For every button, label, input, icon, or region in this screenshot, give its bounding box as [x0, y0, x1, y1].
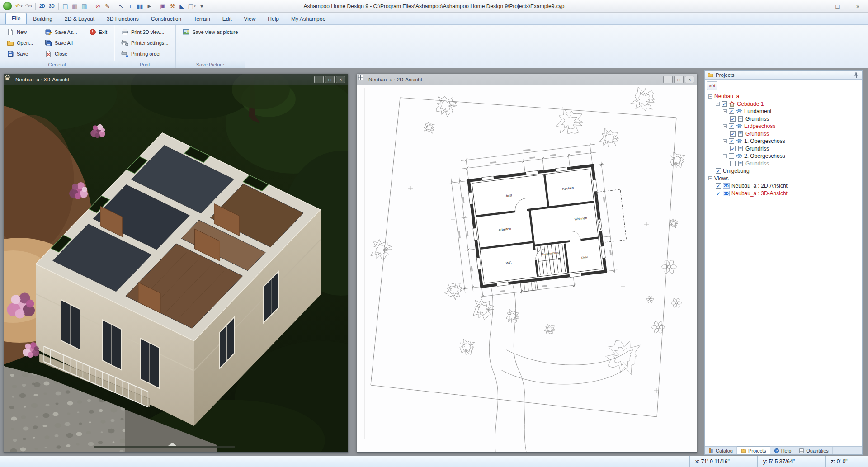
tree-checkbox[interactable]: ✓	[722, 101, 727, 107]
menu-tab-help[interactable]: Help	[262, 14, 285, 24]
ribbon-tab-bar: FileBuilding2D & Layout3D FunctionsConst…	[0, 13, 868, 25]
save-view-as-picture-button[interactable]: Save view as picture	[180, 27, 241, 37]
component-button[interactable]: ▣	[158, 1, 168, 11]
expander-icon[interactable]: −	[716, 102, 720, 106]
save-button[interactable]: Save	[5, 49, 35, 59]
expander-icon[interactable]: −	[723, 154, 727, 158]
tree-item-neubau-a-2d-ansicht[interactable]: ✓2DNeubau_a : 2D-Ansicht	[706, 182, 861, 190]
minimize-button[interactable]: –	[807, 0, 827, 13]
tree-item-grundriss[interactable]: Grundriss	[706, 160, 861, 168]
2d-minimize-button[interactable]: –	[663, 76, 673, 83]
save-as-button[interactable]: Save As...	[42, 27, 80, 37]
printer-settings-button[interactable]: Printer settings...	[119, 38, 171, 48]
expander-icon[interactable]: −	[723, 124, 727, 128]
construct-button[interactable]: ⚒	[168, 1, 177, 11]
save-all-button[interactable]: Save All	[42, 38, 80, 48]
tree-item-grundriss[interactable]: ✓Grundriss	[706, 145, 861, 153]
tree-item-erdgeschoss[interactable]: −✓Erdgeschoss	[706, 123, 861, 130]
exit-button[interactable]: Exit	[87, 27, 109, 37]
menu-tab-edit[interactable]: Edit	[217, 14, 238, 24]
panel-tab-catalog[interactable]: Catalog	[705, 447, 737, 454]
menu-tab-view[interactable]: View	[238, 14, 262, 24]
pin-icon[interactable]	[853, 72, 859, 78]
tree-checkbox[interactable]: ✓	[729, 108, 734, 114]
3d-maximize-button[interactable]: □	[325, 76, 335, 83]
expander-icon[interactable]: −	[708, 94, 712, 99]
tree-item-umgebung[interactable]: ✓Umgebung	[706, 167, 861, 175]
menu-tab-2d-layout[interactable]: 2D & Layout	[59, 14, 100, 24]
tree-item-geb-ude-1[interactable]: −✓Gebäude 1	[706, 100, 861, 108]
view-2d-button[interactable]: 2D	[38, 1, 47, 11]
copy-button[interactable]: ▤▾	[187, 1, 197, 11]
close-button[interactable]: Close	[42, 49, 80, 59]
tree-item-grundriss[interactable]: ✓Grundriss	[706, 115, 861, 123]
3d-view-titlebar[interactable]: Neubau_a : 3D-Ansicht – □ ×	[4, 74, 348, 85]
menu-tab-file[interactable]: File	[5, 13, 27, 24]
2d-viewport[interactable]: Herd Kochen Arbeiten Wohnen WC Treppenha…	[357, 74, 697, 452]
abl-tool-button[interactable]: abl	[707, 81, 717, 90]
tree-item-1-obergeschoss[interactable]: −✓1. Obergeschoss	[706, 137, 861, 145]
print-2d-view-button[interactable]: Print 2D view...	[119, 27, 171, 37]
window-tile-vertical-button[interactable]: ▥	[70, 1, 80, 11]
3d-close-button[interactable]: ×	[336, 76, 345, 83]
tree-item-neubau-a-3d-ansicht[interactable]: ✓3DNeubau_a : 3D-Ansicht	[706, 190, 861, 198]
toolbar-options-button[interactable]: ▾	[197, 1, 207, 11]
menu-tab-building[interactable]: Building	[27, 14, 58, 24]
plan-icon	[737, 160, 744, 167]
panel-tab-quantities[interactable]: Quantities	[795, 447, 833, 454]
menu-tab-terrain[interactable]: Terrain	[188, 14, 216, 24]
panel-tab-projects[interactable]: Projects	[737, 446, 770, 454]
tree-checkbox[interactable]: ✓	[730, 146, 736, 151]
tree-item-grundriss[interactable]: ✓Grundriss	[706, 130, 861, 138]
delete-button[interactable]: ⊘	[93, 1, 103, 11]
tree-checkbox[interactable]: ✓	[716, 168, 721, 174]
new-button[interactable]: New	[5, 27, 35, 37]
undo-button[interactable]: ↶▾	[14, 1, 24, 11]
expander-icon[interactable]: −	[723, 109, 727, 113]
tree-item-neubau-a[interactable]: −Neubau_a	[706, 93, 861, 100]
svg-text:?: ?	[776, 449, 778, 452]
projects-panel-header[interactable]: Projects	[705, 71, 862, 80]
menu-tab-construction[interactable]: Construction	[145, 14, 187, 24]
open-button[interactable]: Open...	[5, 38, 35, 48]
paint-button[interactable]: ◣	[177, 1, 187, 11]
3d-minimize-button[interactable]: –	[314, 76, 324, 83]
view-2d-icon: 2D	[723, 183, 730, 189]
maximize-button[interactable]: □	[827, 0, 848, 13]
tree-checkbox[interactable]	[729, 153, 734, 159]
2d-close-button[interactable]: ×	[685, 76, 694, 83]
projects-folder-icon	[708, 72, 713, 78]
tree-item-fundament[interactable]: −✓Fundament	[706, 108, 861, 115]
printing-order-button[interactable]: Printing order	[119, 49, 171, 59]
view-3d-button[interactable]: 3D	[47, 1, 57, 11]
pen-button[interactable]: ✎	[103, 1, 112, 11]
tree-checkbox[interactable]: ✓	[729, 138, 734, 144]
measure-button[interactable]: +	[126, 1, 135, 11]
3d-viewport[interactable]	[4, 74, 348, 452]
project-tree: −Neubau_a−✓Gebäude 1−✓Fundament✓Grundris…	[705, 91, 862, 198]
redo-button[interactable]: ↷▾	[24, 1, 33, 11]
tree-checkbox[interactable]: ✓	[730, 131, 736, 137]
menu-tab-my-ashampoo[interactable]: My Ashampoo	[285, 14, 331, 24]
tree-checkbox[interactable]: ✓	[716, 191, 721, 196]
app-logo-icon[interactable]	[3, 2, 12, 10]
2d-view-titlebar[interactable]: Neubau_a : 2D-Ansicht – □ ×	[357, 74, 697, 85]
window-grid-button[interactable]: ▦	[80, 1, 89, 11]
statistics-button[interactable]: ▮▮	[135, 1, 145, 11]
tree-checkbox[interactable]: ✓	[716, 183, 721, 189]
tree-checkbox[interactable]: ✓	[730, 116, 736, 122]
tree-checkbox[interactable]: ✓	[729, 123, 734, 129]
window-tile-horizontal-button[interactable]: ▤	[61, 1, 70, 11]
expander-icon[interactable]: −	[723, 139, 727, 143]
tab-projects-icon	[741, 448, 746, 453]
select-cursor-button[interactable]: ↖	[116, 1, 126, 11]
expander-icon[interactable]: −	[708, 176, 712, 180]
tree-checkbox[interactable]	[730, 161, 736, 166]
tree-item-views[interactable]: −Views	[706, 175, 861, 183]
panel-tab-help[interactable]: ?Help	[770, 447, 796, 454]
tree-item-2-obergeschoss[interactable]: −2. Obergeschoss	[706, 152, 861, 160]
menu-tab-3d-functions[interactable]: 3D Functions	[101, 14, 145, 24]
close-button[interactable]: ×	[848, 0, 868, 13]
2d-maximize-button[interactable]: □	[674, 76, 684, 83]
pointer-button[interactable]: ►	[145, 1, 154, 11]
